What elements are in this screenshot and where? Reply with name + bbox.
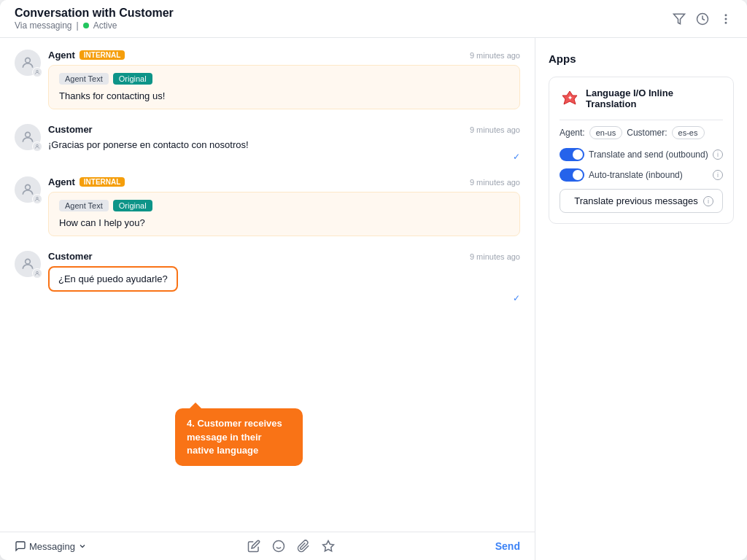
messaging-label-text: Messaging bbox=[29, 541, 75, 552]
agent-message-bubble: Agent Text Original Thanks for contactin… bbox=[48, 65, 520, 109]
agent-lang-badge[interactable]: en-us bbox=[589, 126, 623, 139]
svg-point-5 bbox=[26, 58, 31, 63]
svg-point-7 bbox=[26, 132, 31, 137]
msg-body: Customer 9 minutes ago ¡Gracias por pone… bbox=[48, 124, 520, 162]
table-row: Customer 9 minutes ago ¡Gracias por pone… bbox=[15, 124, 520, 162]
msg-text: Thanks for contacting us! bbox=[59, 90, 509, 101]
tooltip-callout: 4. Customer receives message in their na… bbox=[175, 408, 303, 466]
toggle-row-inbound: Auto-translate (inbound) i bbox=[560, 168, 723, 182]
emoji-icon[interactable] bbox=[272, 540, 285, 553]
conversation-title: Conversation with Customer bbox=[15, 7, 673, 20]
msg-tags: Agent Text Original bbox=[59, 200, 509, 211]
conversation-subtitle: Via messaging | Active bbox=[15, 20, 673, 31]
internal-badge: Internal bbox=[80, 50, 125, 60]
status-label: Active bbox=[93, 20, 117, 31]
inbound-info-icon[interactable]: i bbox=[713, 170, 723, 180]
send-button[interactable]: Send bbox=[495, 540, 520, 552]
msg-time: 9 minutes ago bbox=[470, 51, 520, 60]
outbound-toggle[interactable] bbox=[560, 148, 584, 161]
outbound-info-icon[interactable]: i bbox=[713, 149, 723, 160]
apps-title: Apps bbox=[549, 52, 734, 65]
toggle-label-inbound: Auto-translate (inbound) bbox=[560, 168, 683, 182]
filter-icon[interactable] bbox=[673, 12, 686, 26]
right-panel: Apps ✦ Language I/O Inline Translation A… bbox=[535, 38, 747, 560]
chat-panel: Agent Internal 9 minutes ago Agent Text … bbox=[0, 38, 535, 560]
customer-message-bubble: ¡Gracias por ponerse en contacto con nos… bbox=[48, 139, 520, 162]
avatar-sub-icon bbox=[32, 67, 42, 77]
msg-text: ¡Gracias por ponerse en contacto con nos… bbox=[48, 139, 520, 150]
outbound-label: Translate and send (outbound) bbox=[589, 149, 708, 160]
messaging-dropdown[interactable]: Messaging bbox=[15, 540, 87, 552]
bottom-bar: Messaging Send bbox=[0, 532, 535, 560]
more-icon[interactable] bbox=[719, 12, 732, 26]
inbound-toggle[interactable] bbox=[560, 168, 584, 182]
msg-text: ¿En qué puedo ayudarle? bbox=[58, 273, 168, 284]
bottom-icons bbox=[247, 540, 335, 553]
svg-point-8 bbox=[36, 144, 39, 147]
original-tag: Original bbox=[113, 73, 152, 85]
check-mark: ✓ bbox=[48, 152, 520, 162]
toggle-knob bbox=[573, 170, 583, 180]
status-dot bbox=[83, 23, 89, 28]
customer-highlight-bubble: ¿En qué puedo ayudarle? ✓ bbox=[48, 266, 520, 303]
original-tag: Original bbox=[113, 200, 152, 211]
msg-tags: Agent Text Original bbox=[59, 73, 509, 85]
msg-sender: Agent Internal bbox=[48, 176, 125, 187]
msg-header: Agent Internal 9 minutes ago bbox=[48, 176, 520, 187]
toggle-label-outbound: Translate and send (outbound) bbox=[560, 148, 708, 161]
svg-point-3 bbox=[725, 18, 727, 20]
status-separator: | bbox=[77, 20, 79, 31]
table-row: Agent Internal 9 minutes ago Agent Text … bbox=[15, 50, 520, 109]
app-header: ✦ Language I/O Inline Translation bbox=[560, 88, 723, 109]
toggle-knob bbox=[573, 149, 583, 160]
svg-point-2 bbox=[725, 15, 727, 16]
history-icon[interactable] bbox=[696, 12, 709, 26]
agent-text-tag: Agent Text bbox=[59, 200, 109, 211]
avatar-sub-icon bbox=[32, 268, 42, 279]
msg-header: Customer 9 minutes ago bbox=[48, 251, 520, 262]
msg-text: How can I help you? bbox=[59, 217, 509, 228]
avatar bbox=[15, 176, 41, 203]
avatar bbox=[15, 124, 41, 150]
table-row: Customer 9 minutes ago ¿En qué puedo ayu… bbox=[15, 251, 520, 303]
attachment-icon[interactable] bbox=[297, 540, 310, 553]
msg-body: Customer 9 minutes ago ¿En qué puedo ayu… bbox=[48, 251, 520, 303]
compose-icon[interactable] bbox=[247, 540, 260, 553]
svg-point-6 bbox=[36, 70, 39, 72]
toggle-row-outbound: Translate and send (outbound) i bbox=[560, 148, 723, 161]
svg-point-10 bbox=[36, 197, 39, 199]
top-bar: Conversation with Customer Via messaging… bbox=[0, 0, 747, 38]
chat-icon bbox=[15, 540, 26, 552]
tooltip-number: 4. bbox=[187, 418, 195, 429]
check-mark: ✓ bbox=[48, 293, 520, 303]
via-messaging-label: Via messaging bbox=[15, 20, 72, 31]
msg-header: Customer 9 minutes ago bbox=[48, 124, 520, 135]
agent-message-bubble: Agent Text Original How can I help you? bbox=[48, 192, 520, 236]
msg-time: 9 minutes ago bbox=[470, 125, 520, 134]
svg-point-4 bbox=[725, 22, 727, 23]
internal-badge: Internal bbox=[80, 177, 125, 187]
msg-time: 9 minutes ago bbox=[470, 252, 520, 261]
plugin-icon[interactable] bbox=[322, 540, 335, 553]
table-row: Agent Internal 9 minutes ago Agent Text … bbox=[15, 176, 520, 236]
translate-previous-button[interactable]: Translate previous messages i bbox=[560, 189, 723, 213]
chevron-down-icon bbox=[78, 542, 87, 551]
app-name: Language I/O Inline Translation bbox=[586, 88, 723, 109]
lang-row: Agent: en-us Customer: es-es bbox=[560, 126, 723, 139]
inbound-label: Auto-translate (inbound) bbox=[589, 170, 683, 180]
avatar bbox=[15, 50, 41, 76]
translate-btn-label: Translate previous messages bbox=[569, 195, 703, 206]
svg-point-9 bbox=[26, 184, 31, 190]
svg-point-12 bbox=[36, 271, 39, 273]
bottom-left: Messaging bbox=[15, 540, 87, 552]
app-card: ✦ Language I/O Inline Translation Agent:… bbox=[549, 77, 734, 224]
agent-label: Agent: bbox=[560, 128, 585, 138]
msg-body: Agent Internal 9 minutes ago Agent Text … bbox=[48, 176, 520, 236]
translate-btn-info-icon[interactable]: i bbox=[703, 196, 713, 206]
avatar-sub-icon bbox=[32, 194, 42, 204]
msg-body: Agent Internal 9 minutes ago Agent Text … bbox=[48, 50, 520, 109]
main-layout: Agent Internal 9 minutes ago Agent Text … bbox=[0, 38, 747, 560]
customer-lang-badge[interactable]: es-es bbox=[672, 126, 705, 139]
msg-header: Agent Internal 9 minutes ago bbox=[48, 50, 520, 61]
app-logo-icon: ✦ bbox=[560, 88, 580, 109]
